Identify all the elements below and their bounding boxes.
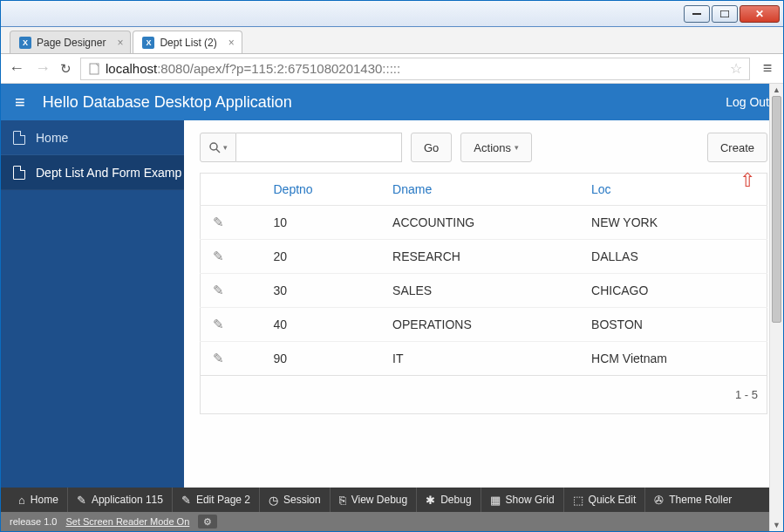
- vertical-scrollbar[interactable]: ▲ ▼: [769, 84, 783, 531]
- main-region: ▾ Go Actions ▾ Create ⇧: [184, 120, 783, 488]
- page-icon: [88, 63, 100, 75]
- quick-edit-icon: ⬚: [573, 494, 583, 507]
- developer-toolbar: ⌂Home ✎Application 115 ✎Edit Page 2 ◷Ses…: [1, 488, 783, 512]
- status-bar: release 1.0 Set Screen Reader Mode On ⚙: [1, 512, 783, 531]
- window-titlebar: ✕: [1, 1, 783, 27]
- tab-close-icon[interactable]: ×: [228, 37, 235, 49]
- search-input[interactable]: [236, 133, 402, 162]
- apex-icon: X: [142, 37, 154, 49]
- sidebar-item-label: Home: [36, 131, 68, 145]
- cell-loc: DALLAS: [579, 240, 767, 274]
- dev-application[interactable]: ✎Application 115: [68, 488, 173, 512]
- window-close-button[interactable]: ✕: [740, 5, 780, 23]
- table-header-row: Deptno Dname Loc: [201, 174, 767, 206]
- browser-window: ✕ X Page Designer × X Dept List (2) × ← …: [0, 0, 784, 532]
- window-minimize-button[interactable]: [684, 5, 710, 23]
- sidebar-item-dept-list[interactable]: Dept List And Form Examp: [1, 155, 184, 190]
- pagination-range: 1 - 5: [200, 376, 767, 414]
- scroll-up-arrow[interactable]: ▲: [770, 84, 783, 96]
- pencil-icon: ✎: [213, 351, 224, 365]
- sidebar-item-home[interactable]: Home: [1, 120, 184, 155]
- cell-dname: SALES: [380, 274, 579, 308]
- cell-loc: CHICAGO: [579, 274, 767, 308]
- svg-rect-0: [692, 13, 701, 15]
- cell-loc: NEW YORK: [579, 206, 767, 240]
- bookmark-star-icon[interactable]: ☆: [730, 60, 742, 77]
- table-row: ✎30SALESCHICAGO: [201, 274, 767, 308]
- app-header: ≡ Hello Database Desktop Application Log…: [1, 84, 783, 120]
- hamburger-menu-button[interactable]: ≡: [15, 92, 25, 113]
- sidebar-item-label: Dept List And Form Examp: [36, 166, 181, 180]
- screen-reader-link[interactable]: Set Screen Reader Mode On: [65, 516, 189, 527]
- scroll-thumb[interactable]: [772, 96, 781, 323]
- table-row: ✎10ACCOUNTINGNEW YORK: [201, 206, 767, 240]
- cell-loc: BOSTON: [579, 308, 767, 342]
- edit-cell[interactable]: ✎: [201, 206, 262, 240]
- pencil-icon: ✎: [213, 215, 224, 229]
- app-body: Home Dept List And Form Examp ▾: [1, 120, 783, 488]
- browser-tab-2[interactable]: X Dept List (2) ×: [133, 31, 242, 53]
- col-deptno[interactable]: Deptno: [262, 174, 381, 206]
- cell-deptno: 10: [262, 206, 381, 240]
- bug-icon: ✱: [426, 494, 435, 507]
- col-loc[interactable]: Loc: [579, 174, 767, 206]
- debug-view-icon: ⎘: [339, 494, 346, 507]
- url-input[interactable]: localhost:8080/apex/f?p=115:2:6751080201…: [80, 58, 750, 80]
- maximize-icon: [720, 10, 729, 17]
- chevron-down-icon: ▾: [515, 143, 519, 152]
- edit-cell[interactable]: ✎: [201, 342, 262, 376]
- report-toolbar: ▾ Go Actions ▾ Create: [200, 133, 767, 162]
- scroll-down-arrow[interactable]: ▼: [770, 519, 783, 531]
- browser-tab-1[interactable]: X Page Designer ×: [10, 31, 131, 53]
- cell-deptno: 20: [262, 240, 381, 274]
- actions-menu-button[interactable]: Actions ▾: [460, 133, 532, 162]
- dept-report-table: Deptno Dname Loc ✎10ACCOUNTINGNEW YORK✎2…: [200, 173, 767, 376]
- dev-show-grid[interactable]: ▦Show Grid: [481, 488, 564, 512]
- reload-button[interactable]: ↻: [60, 61, 72, 77]
- pencil-icon: ✎: [213, 249, 224, 263]
- edit-cell[interactable]: ✎: [201, 240, 262, 274]
- browser-menu-button[interactable]: ≡: [759, 59, 776, 78]
- svg-line-4: [216, 149, 220, 153]
- browser-url-bar: ← → ↻ localhost:8080/apex/f?p=115:2:6751…: [1, 54, 783, 84]
- edit-icon: ✎: [181, 494, 191, 507]
- minimize-icon: [692, 13, 701, 15]
- actions-label: Actions: [474, 141, 511, 154]
- settings-button[interactable]: ⚙: [198, 515, 217, 529]
- search-column-selector[interactable]: ▾: [200, 133, 236, 162]
- dev-session[interactable]: ◷Session: [260, 488, 331, 512]
- dev-edit-page[interactable]: ✎Edit Page 2: [173, 488, 260, 512]
- table-row: ✎90ITHCM Vietnam: [201, 342, 767, 376]
- dev-quick-edit[interactable]: ⬚Quick Edit: [564, 488, 646, 512]
- col-dname[interactable]: Dname: [380, 174, 579, 206]
- window-maximize-button[interactable]: [712, 5, 738, 23]
- edit-cell[interactable]: ✎: [201, 308, 262, 342]
- app-title: Hello Database Desktop Application: [43, 93, 292, 112]
- cell-dname: RESEARCH: [380, 240, 579, 274]
- cell-dname: ACCOUNTING: [380, 206, 579, 240]
- grid-icon: ▦: [490, 494, 501, 507]
- tab-label: Dept List (2): [160, 37, 216, 49]
- tab-close-icon[interactable]: ×: [117, 37, 123, 49]
- tab-label: Page Designer: [37, 37, 106, 49]
- page-content: ≡ Hello Database Desktop Application Log…: [1, 84, 783, 531]
- pencil-icon: ✎: [213, 283, 224, 297]
- dev-debug[interactable]: ✱Debug: [417, 488, 481, 512]
- cell-dname: IT: [380, 342, 579, 376]
- dev-theme-roller[interactable]: ✇Theme Roller: [645, 488, 740, 512]
- go-button[interactable]: Go: [411, 133, 452, 162]
- close-icon: ✕: [755, 8, 764, 20]
- gear-icon: ⚙: [203, 516, 212, 528]
- table-row: ✎40OPERATIONSBOSTON: [201, 308, 767, 342]
- chevron-down-icon: ▾: [223, 143, 228, 152]
- edit-cell[interactable]: ✎: [201, 274, 262, 308]
- apex-icon: X: [19, 37, 31, 49]
- cell-dname: OPERATIONS: [380, 308, 579, 342]
- logout-link[interactable]: Log Out: [726, 95, 769, 109]
- clock-icon: ◷: [269, 494, 278, 507]
- create-button[interactable]: Create: [707, 133, 767, 162]
- dev-home[interactable]: ⌂Home: [10, 488, 68, 512]
- back-button[interactable]: ←: [8, 59, 25, 78]
- forward-button[interactable]: →: [34, 59, 51, 78]
- dev-view-debug[interactable]: ⎘View Debug: [331, 488, 418, 512]
